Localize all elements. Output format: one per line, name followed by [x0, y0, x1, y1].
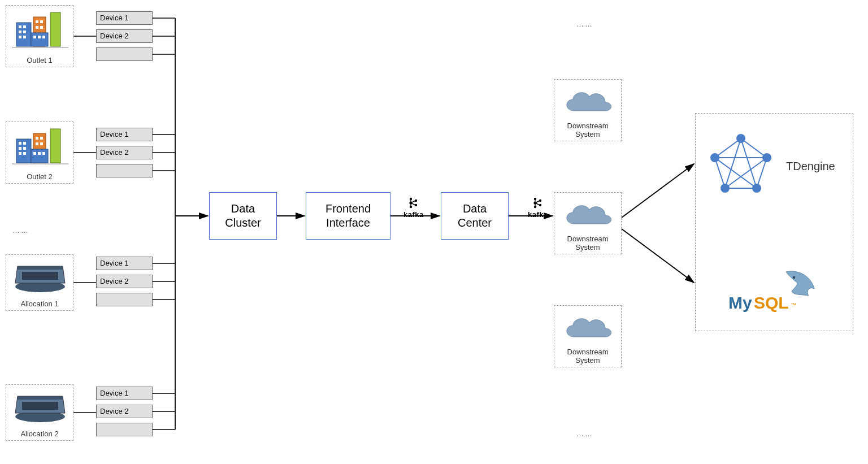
tdengine-icon [707, 131, 775, 198]
svg-rect-20 [23, 142, 26, 145]
svg-line-64 [715, 138, 741, 158]
svg-marker-42 [18, 396, 63, 400]
svg-point-46 [410, 206, 412, 208]
diagram-canvas: Outlet 1 Device 1 Device 2 Outlet 2 Devi… [0, 0, 868, 464]
kafka-label-2: kafka [528, 210, 548, 219]
svg-line-51 [412, 203, 415, 205]
svg-rect-1 [19, 25, 21, 28]
svg-point-56 [539, 204, 541, 206]
outlet-2-box: Outlet 2 [6, 122, 73, 184]
svg-rect-34 [50, 129, 60, 163]
svg-rect-31 [33, 152, 36, 155]
svg-rect-30 [31, 149, 48, 163]
svg-point-70 [736, 134, 745, 143]
svg-rect-21 [19, 147, 21, 150]
svg-rect-10 [36, 26, 38, 29]
cloud-icon [554, 80, 622, 125]
allocation-2-box: Allocation 2 [6, 384, 73, 441]
allocation-1-label: Allocation 1 [6, 300, 73, 308]
svg-line-65 [741, 138, 757, 188]
svg-point-73 [721, 184, 730, 193]
svg-rect-16 [50, 12, 60, 46]
svg-line-60 [741, 138, 767, 158]
downstream-top-ellipsis: …… [576, 20, 593, 28]
svg-line-58 [536, 201, 539, 203]
scanner-icon [6, 255, 74, 296]
svg-point-48 [415, 204, 417, 206]
svg-rect-13 [33, 36, 36, 38]
svg-marker-38 [18, 266, 63, 270]
alloc-2-device-1: Device 1 [96, 387, 153, 400]
svg-rect-3 [19, 31, 21, 33]
svg-line-101 [622, 229, 694, 283]
data-cluster-label: Data Cluster [225, 202, 261, 230]
outlet-1-device-1: Device 1 [96, 11, 153, 25]
downstream-1-box: Downstream System [554, 79, 622, 141]
svg-line-61 [757, 158, 767, 188]
outlet-1-box: Outlet 1 [6, 5, 73, 67]
cloud-icon [554, 306, 622, 351]
data-center-label: Data Center [458, 202, 492, 230]
svg-point-47 [415, 200, 417, 202]
svg-rect-2 [23, 25, 26, 28]
svg-rect-19 [19, 142, 21, 145]
svg-rect-43 [22, 402, 58, 410]
svg-point-75 [793, 276, 795, 279]
outlet-1-device-2: Device 2 [96, 29, 153, 43]
svg-rect-22 [23, 147, 26, 150]
outlet-2-device-1: Device 1 [96, 128, 153, 141]
alloc-2-device-3 [96, 423, 153, 436]
svg-rect-26 [36, 137, 38, 140]
downstream-bot-ellipsis: …… [576, 430, 593, 438]
svg-point-72 [752, 184, 761, 193]
svg-rect-12 [31, 33, 48, 46]
outlet-2-label: Outlet 2 [6, 172, 73, 181]
cloud-icon [554, 193, 622, 238]
svg-rect-8 [36, 20, 38, 23]
svg-line-63 [715, 158, 725, 188]
svg-point-55 [539, 200, 541, 202]
building-icon [6, 122, 74, 170]
svg-rect-9 [40, 20, 43, 23]
svg-rect-6 [23, 36, 26, 38]
svg-line-68 [725, 158, 767, 188]
svg-line-50 [412, 201, 415, 203]
svg-line-100 [622, 164, 694, 218]
svg-rect-33 [42, 152, 45, 155]
outlet-1-device-3 [96, 47, 153, 61]
svg-line-66 [725, 138, 741, 188]
building-icon [6, 6, 74, 54]
mysql-icon: My SQL ™ [724, 266, 826, 317]
svg-rect-14 [38, 36, 41, 38]
svg-text:™: ™ [791, 302, 796, 308]
allocation-2-label: Allocation 2 [6, 430, 73, 438]
svg-point-54 [534, 206, 536, 208]
downstream-2-label: Downstream System [554, 235, 621, 251]
downstream-2-box: Downstream System [554, 192, 622, 254]
svg-rect-39 [22, 272, 58, 280]
svg-rect-11 [40, 26, 43, 29]
downstream-3-box: Downstream System [554, 305, 622, 367]
svg-point-71 [762, 153, 771, 162]
svg-rect-28 [36, 142, 38, 145]
svg-rect-15 [42, 36, 45, 38]
svg-text:SQL: SQL [754, 293, 789, 312]
alloc-1-device-2: Device 2 [96, 275, 153, 288]
svg-point-74 [710, 153, 719, 162]
kafka-icon [531, 197, 544, 209]
outlet-1-label: Outlet 1 [6, 56, 73, 64]
svg-rect-32 [38, 152, 41, 155]
alloc-1-device-3 [96, 293, 153, 306]
sources-ellipsis: …… [12, 226, 29, 235]
downstream-3-label: Downstream System [554, 348, 621, 365]
data-cluster-box: Data Cluster [209, 192, 277, 240]
downstream-1-label: Downstream System [554, 122, 621, 138]
alloc-1-device-1: Device 1 [96, 257, 153, 270]
kafka-label-1: kafka [403, 210, 424, 219]
svg-rect-4 [23, 31, 26, 33]
svg-line-69 [715, 158, 757, 188]
sinks-box: TDengine My SQL ™ [695, 113, 853, 331]
tdengine-label: TDengine [786, 160, 835, 173]
outlet-2-device-2: Device 2 [96, 146, 153, 159]
scanner-icon [6, 385, 74, 426]
